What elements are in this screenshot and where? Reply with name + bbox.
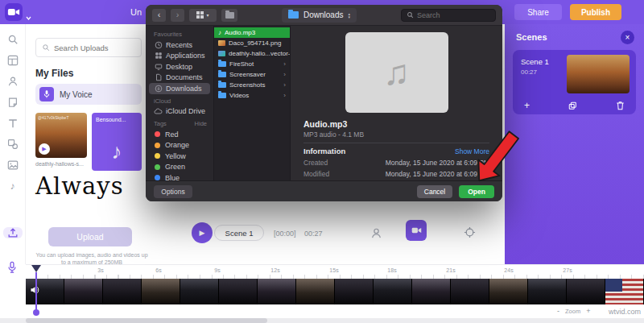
publish-button[interactable]: Publish: [570, 4, 621, 20]
folder-row[interactable]: Videos ›: [214, 90, 290, 101]
add-scene-icon[interactable]: +: [524, 101, 530, 110]
presenter-icon[interactable]: [370, 227, 383, 240]
upload-button[interactable]: Upload: [48, 227, 132, 246]
filmstrip-frame[interactable]: [489, 279, 528, 304]
stickers-icon[interactable]: [6, 97, 19, 108]
annotation-arrow: [473, 126, 525, 188]
sidebar-item-applications[interactable]: Applications: [146, 51, 213, 62]
scene-actions: +: [513, 101, 636, 110]
media-icon[interactable]: [6, 159, 19, 171]
sidebar-item-downloads[interactable]: Downloads: [149, 83, 210, 94]
sidebar-item-desktop[interactable]: Desktop: [146, 61, 213, 72]
filmstrip-frame[interactable]: [451, 279, 489, 304]
zoom-in-button[interactable]: +: [586, 307, 590, 315]
options-button[interactable]: Options: [154, 185, 192, 198]
scene-thumbnail[interactable]: [567, 55, 630, 93]
filmstrip-frame[interactable]: [219, 279, 258, 304]
file-row[interactable]: deathly-hallo...vector-22.jpg: [214, 48, 290, 59]
app-logo[interactable]: [5, 3, 23, 21]
sidebar-item-recents[interactable]: Recents: [146, 39, 213, 51]
ruler-label: 21s: [446, 267, 455, 273]
ruler-label: 15s: [329, 267, 338, 273]
downloads-icon: [154, 84, 163, 93]
tag-item-green[interactable]: Green: [146, 162, 213, 173]
icloud-heading: iCloud: [146, 94, 213, 106]
microphone-icon[interactable]: [6, 261, 19, 275]
uploaded-audio-thumbnail[interactable]: Bensound... ♪: [92, 113, 142, 171]
scenes-panel: Scenes × Scene 1 00:27 +: [505, 24, 644, 264]
scenes-heading: Scenes: [516, 32, 547, 42]
tag-dot-blue: [155, 175, 160, 180]
templates-icon[interactable]: [6, 55, 19, 66]
video-track[interactable]: [26, 279, 644, 304]
close-icon[interactable]: ×: [621, 31, 634, 44]
filmstrip-frame[interactable]: [567, 279, 605, 304]
uploads-tab-active[interactable]: [3, 227, 23, 238]
back-button[interactable]: ‹: [152, 9, 166, 22]
forward-button[interactable]: ›: [171, 9, 184, 22]
duplicate-scene-icon[interactable]: [568, 101, 577, 110]
focus-target-icon[interactable]: [464, 226, 477, 239]
folder-row[interactable]: FireShot ›: [214, 59, 290, 69]
scene-pill[interactable]: Scene 1: [214, 225, 264, 241]
view-mode-button[interactable]: ▾: [189, 9, 217, 22]
tag-item-blue[interactable]: Blue: [146, 172, 213, 180]
group-button[interactable]: [221, 9, 237, 22]
filmstrip-frame[interactable]: [64, 279, 103, 304]
filmstrip-frame[interactable]: [258, 279, 296, 304]
preview-filename: Audio.mp3: [303, 119, 489, 129]
folder-row[interactable]: Screenshots ›: [214, 80, 290, 90]
search-icon[interactable]: [6, 34, 19, 45]
dialog-buttons-bar: Options Cancel Open: [146, 180, 502, 201]
tag-item-red[interactable]: Red: [146, 129, 213, 140]
filmstrip-frame[interactable]: [142, 279, 180, 304]
play-button[interactable]: ▶: [192, 222, 213, 243]
sidebar-item-documents[interactable]: Documents: [146, 72, 213, 84]
text-icon[interactable]: [6, 118, 19, 129]
delete-scene-icon[interactable]: [616, 101, 625, 110]
timeline-scrollbar[interactable]: [0, 318, 644, 323]
document-title: Un: [130, 7, 142, 17]
chevron-down-icon[interactable]: [26, 10, 31, 15]
filmstrip-frame[interactable]: [412, 279, 451, 304]
tags-hide-link[interactable]: Hide: [195, 120, 207, 127]
file-row-selected[interactable]: ♪ Audio.mp3: [214, 27, 290, 38]
ruler-label: 27s: [563, 267, 572, 273]
filmstrip-frame[interactable]: [528, 279, 567, 304]
my-voice-item[interactable]: My Voice: [35, 84, 142, 105]
uploads-search-input[interactable]: [54, 43, 134, 52]
sidebar-item-icloud-drive[interactable]: iCloud Drive: [146, 106, 213, 118]
playhead-marker[interactable]: [31, 265, 41, 272]
chevron-right-icon: ›: [283, 60, 286, 68]
avatar-icon[interactable]: [6, 76, 19, 87]
filmstrip-frame[interactable]: [335, 279, 374, 304]
dialog-search-input[interactable]: [417, 11, 489, 19]
zoom-out-button[interactable]: -: [557, 307, 559, 315]
location-dropdown[interactable]: Downloads ▴▾: [282, 8, 357, 23]
file-row[interactable]: Daco_954714.png: [214, 38, 290, 48]
tag-item-orange[interactable]: Orange: [146, 140, 213, 151]
tag-item-yellow[interactable]: Yellow: [146, 151, 213, 162]
shapes-icon[interactable]: [6, 139, 19, 150]
scene-card[interactable]: Scene 1 00:27 +: [513, 50, 636, 114]
filmstrip-frame[interactable]: [296, 279, 335, 304]
filmstrip-frame[interactable]: [374, 279, 412, 304]
video-clip-button[interactable]: [406, 220, 427, 241]
playhead-dot[interactable]: [33, 309, 39, 316]
play-icon[interactable]: ▶: [39, 143, 50, 155]
uploaded-image-thumbnail[interactable]: @417v0kSkpbeT ▶: [35, 113, 87, 158]
share-button[interactable]: Share: [514, 4, 562, 20]
scrollbar-thumb[interactable]: [26, 318, 267, 323]
uploads-search[interactable]: [35, 38, 142, 57]
cancel-button[interactable]: Cancel: [417, 185, 452, 198]
folder-icon: [288, 11, 299, 19]
filmstrip-frame[interactable]: [103, 279, 142, 304]
filmstrip-frame[interactable]: [605, 279, 644, 304]
music-icon[interactable]: ♪: [6, 180, 19, 192]
dialog-search[interactable]: [401, 9, 496, 22]
filmstrip-frame[interactable]: [180, 279, 219, 304]
folder-row[interactable]: Screensaver ›: [214, 69, 290, 80]
applications-icon: [154, 52, 163, 60]
uploaded-logo-image[interactable]: Always: [35, 172, 124, 200]
zoom-label: Zoom: [565, 308, 580, 315]
